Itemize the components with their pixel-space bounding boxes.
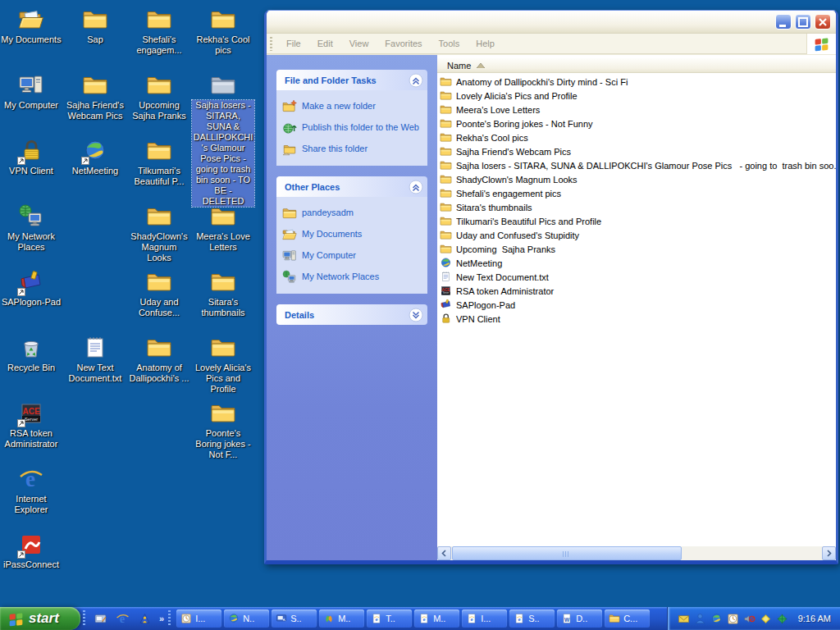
- file-row-vpn-client[interactable]: VPN Client: [437, 312, 836, 326]
- desktop-icon-label: Sajha Friend's Webcam Pics: [64, 100, 126, 121]
- file-row-poonte-s-boring-jokes-not-funny[interactable]: Poonte's Boring jokes - Not Funny: [437, 116, 836, 130]
- tray-clockapp[interactable]: [727, 613, 739, 625]
- file-row-rsa-token-administrator[interactable]: ACEServerRSA token Administrator: [437, 284, 836, 298]
- desktop-icon-vpn-client[interactable]: VPN Client: [0, 138, 62, 176]
- chevron-up-icon[interactable]: [409, 73, 423, 88]
- task-share-this-folder[interactable]: Share this folder: [282, 142, 424, 157]
- start-button[interactable]: start: [0, 607, 80, 630]
- desktop-icon-uday-and-confuse[interactable]: Uday and Confuse...: [128, 269, 190, 318]
- tray-mail[interactable]: [678, 613, 690, 625]
- quick-launch-launch-app[interactable]: [137, 611, 153, 627]
- desktop-icon-upcoming-sajha-pranks[interactable]: Upcoming Sajha Pranks: [128, 72, 190, 121]
- file-row-rekha-s-cool-pics[interactable]: Rekha's Cool pics: [437, 130, 836, 144]
- tray-diamond-yellow[interactable]: [760, 613, 772, 625]
- taskbar-button-7[interactable]: eI...: [462, 609, 507, 628]
- place-my-computer[interactable]: My Computer: [282, 249, 424, 263]
- menu-tools[interactable]: Tools: [431, 39, 468, 48]
- taskbar-grip[interactable]: [83, 610, 85, 627]
- details-header[interactable]: Details: [276, 304, 427, 325]
- place-my-documents[interactable]: My Documents: [282, 227, 424, 242]
- taskbar-button-3[interactable]: S..: [272, 609, 317, 628]
- taskbar-button-10[interactable]: C...: [605, 609, 650, 628]
- file-row-sajha-friend-s-webcam-pics[interactable]: Sajha Friend's Webcam Pics: [437, 144, 836, 158]
- quick-launch-internet-explorer[interactable]: e: [115, 611, 130, 627]
- chevron-up-icon[interactable]: [409, 180, 423, 194]
- taskbar-grip[interactable]: [168, 610, 171, 627]
- scroll-left-button[interactable]: [437, 546, 451, 560]
- file-row-anatomy-of-dallipockhi-s-dirty-mind-sci-fi[interactable]: Anatomy of Dallipockhi's Dirty mind - Sc…: [437, 75, 836, 89]
- scrollbar-thumb[interactable]: [452, 546, 682, 560]
- file-row-upcoming-sajha-pranks[interactable]: Upcoming Sajha Pranks: [437, 242, 836, 256]
- desktop-icon-saplogon-pad[interactable]: SAPlogon-Pad: [0, 269, 62, 308]
- file-row-shadyclown-s-magnum-looks[interactable]: ShadyClown's Magnum Looks: [437, 172, 836, 186]
- desktop-icon-tilkumari-s-beautiful-p[interactable]: Tilkumari's Beautiful P...: [128, 138, 190, 187]
- desktop-icon-ipassconnect[interactable]: iPassConnect: [0, 532, 62, 570]
- taskbar-clock[interactable]: 9:16 AM: [798, 614, 831, 623]
- tray-messenger[interactable]: [694, 613, 706, 625]
- taskbar-button-4[interactable]: M..: [319, 609, 364, 628]
- task-make-a-new-folder[interactable]: Make a new folder: [282, 99, 424, 114]
- tray-diamond-green[interactable]: [776, 613, 788, 625]
- file-row-new-text-document-txt[interactable]: New Text Document.txt: [437, 270, 836, 284]
- scroll-right-button[interactable]: [822, 546, 836, 560]
- desktop-icon-shefali-s-engagem[interactable]: Shefali's engagem...: [128, 7, 190, 56]
- file-row-shefali-s-engagement-pics[interactable]: Shefali's engagement pics: [437, 186, 836, 200]
- folder-icon: [440, 159, 452, 171]
- menubar-grip[interactable]: [270, 37, 272, 51]
- menu-view[interactable]: View: [341, 39, 377, 48]
- file-row-netmeeting[interactable]: NetMeeting: [437, 256, 836, 270]
- taskbar-button-5[interactable]: eT..: [367, 609, 412, 628]
- desktop-icon-sitara-s-thumbnails[interactable]: Sitara's thumbnails: [192, 269, 254, 318]
- menu-help[interactable]: Help: [468, 39, 503, 48]
- file-row-lovely-alicia-s-pics-and-profile[interactable]: Lovely Alicia's Pics and Profile: [437, 89, 836, 103]
- place-my-network-places[interactable]: My Network Places: [282, 270, 424, 285]
- chevron-down-icon[interactable]: [409, 308, 423, 322]
- textdoc-icon: [440, 271, 452, 283]
- file-row-sajha-losers-sitara-suna-dallipokchi-s-gla[interactable]: Sajha losers - SITARA, SUNA & DALLIPOKCH…: [437, 158, 836, 172]
- desktop-icon-meera-s-love-letters[interactable]: Meera's Love Letters: [192, 203, 254, 253]
- desktop-icon-my-computer[interactable]: My Computer: [0, 72, 62, 111]
- task-publish-this-folder-to-the-web[interactable]: Publish this folder to the Web: [282, 121, 424, 135]
- scrollbar-track[interactable]: [451, 546, 822, 560]
- window-titlebar[interactable]: [267, 11, 836, 34]
- place-pandeysadm[interactable]: pandeysadm: [282, 206, 424, 221]
- taskbar-button-8[interactable]: eS..: [509, 609, 555, 628]
- desktop-icon-my-network-places[interactable]: My Network Places: [0, 203, 62, 253]
- tray-netmeeting[interactable]: [710, 613, 723, 625]
- file-row-meera-s-love-letters[interactable]: Meera's Love Letters: [437, 103, 836, 116]
- other-places-header[interactable]: Other Places: [276, 176, 427, 197]
- desktop-icon-shadyclown-s-magnum-looks[interactable]: ShadyClown's Magnum Looks: [128, 203, 190, 263]
- desktop-icon-rekha-s-cool-pics[interactable]: Rekha's Cool pics: [192, 7, 254, 56]
- file-row-tilkumari-s-beautiful-pics-and-profile[interactable]: Tilkumari's Beautiful Pics and Profile: [437, 214, 836, 228]
- desktop-icon-sajha-losers-sitara-suna-dallipokchi-s-gla[interactable]: Sajha losers - SITARA, SUNA & DALLIPOKCH…: [192, 72, 254, 207]
- desktop-icon-poonte-s-boring-jokes-not-f[interactable]: Poonte's Boring jokes - Not F...: [192, 400, 254, 460]
- desktop-icon-my-documents[interactable]: My Documents: [0, 7, 62, 45]
- file-row-uday-and-confused-s-stupidity[interactable]: Uday and Confused's Stupidity: [437, 228, 836, 242]
- quick-launch-overflow-chevron[interactable]: »: [158, 614, 166, 623]
- file-row-saplogon-pad[interactable]: SAPlogon-Pad: [437, 298, 836, 312]
- maximize-button[interactable]: [795, 14, 811, 30]
- minimize-button[interactable]: [775, 14, 792, 30]
- desktop-icon-new-text-document-txt[interactable]: New Text Document.txt: [64, 335, 126, 384]
- desktop-icon-sap[interactable]: Sap: [64, 7, 126, 45]
- taskbar-button-2[interactable]: N..: [224, 609, 269, 628]
- menu-edit[interactable]: Edit: [309, 39, 341, 48]
- column-header-name[interactable]: Name: [437, 58, 836, 73]
- taskbar-button-9[interactable]: WD..: [557, 609, 602, 628]
- menu-file[interactable]: File: [278, 39, 309, 48]
- desktop-icon-anatomy-of-dallipockhi-s[interactable]: Anatomy of Dallipockhi's ...: [128, 335, 190, 384]
- taskbar-button-6[interactable]: eM..: [414, 609, 459, 628]
- menu-favorites[interactable]: Favorites: [377, 39, 430, 48]
- desktop-icon-lovely-alicia-s-pics-and-profile[interactable]: Lovely Alicia's Pics and Profile: [192, 335, 254, 395]
- desktop-icon-recycle-bin[interactable]: Recycle Bin: [0, 335, 62, 373]
- close-button[interactable]: [815, 14, 831, 30]
- tray-mute[interactable]: [743, 613, 756, 625]
- desktop-icon-internet-explorer[interactable]: eInternet Explorer: [0, 466, 62, 515]
- taskbar-button-1[interactable]: I...: [176, 609, 221, 628]
- file-folder-tasks-header[interactable]: File and Folder Tasks: [276, 70, 427, 90]
- desktop-icon-netmeeting[interactable]: NetMeeting: [64, 138, 126, 176]
- quick-launch-show-desktop[interactable]: [93, 611, 108, 627]
- desktop-icon-rsa-token-administrator[interactable]: ACEServerRSA token Administrator: [0, 400, 62, 450]
- file-row-sitara-s-thumbnails[interactable]: Sitara's thumbnails: [437, 200, 836, 214]
- desktop-icon-sajha-friend-s-webcam-pics[interactable]: Sajha Friend's Webcam Pics: [64, 72, 126, 121]
